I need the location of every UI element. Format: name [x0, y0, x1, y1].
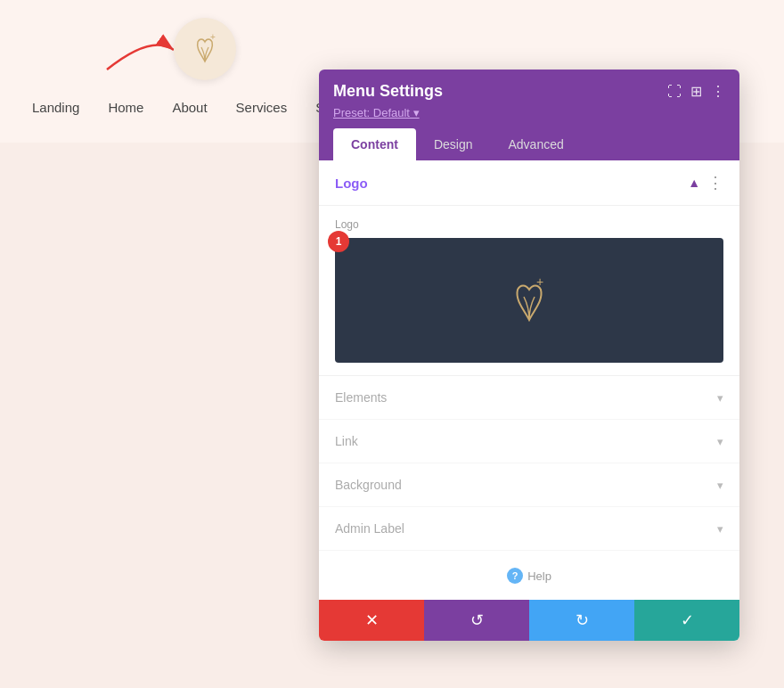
- logo-field-label: Logo: [335, 218, 723, 231]
- action-bar: ✕ ↺ ↻ ✓: [319, 600, 739, 641]
- undo-button[interactable]: ↺: [424, 600, 529, 641]
- help-text: Help: [527, 569, 551, 583]
- admin-label-row[interactable]: Admin Label ▾: [319, 507, 739, 551]
- panel-header-icons: ⛶ ⊞ ⋮: [667, 83, 725, 100]
- redo-button[interactable]: ↻: [529, 600, 634, 641]
- help-row: ? Help: [319, 551, 739, 600]
- nav-link-landing[interactable]: Landing: [27, 96, 85, 119]
- nav-link-services[interactable]: Services: [231, 96, 293, 119]
- cancel-button[interactable]: ✕: [319, 600, 424, 641]
- nav-link-home[interactable]: Home: [102, 96, 149, 119]
- nav-link-about[interactable]: About: [167, 96, 212, 119]
- logo-badge: 1: [328, 231, 349, 252]
- tab-design[interactable]: Design: [416, 128, 491, 160]
- save-button[interactable]: ✓: [634, 600, 739, 641]
- logo-collapse-icon[interactable]: ▲: [688, 176, 700, 190]
- fullscreen-icon[interactable]: ⛶: [667, 84, 682, 100]
- nav-links: Landing Home About Services Service: [27, 96, 365, 119]
- section-controls: ▲ ⋮: [688, 173, 723, 192]
- link-row[interactable]: Link ▾: [319, 420, 739, 463]
- background-label: Background: [335, 478, 402, 492]
- preset-label: Preset: Default ▾: [333, 106, 420, 119]
- logo-content-section: Logo 1 +: [319, 206, 739, 376]
- background-row[interactable]: Background ▾: [319, 463, 739, 507]
- logo-section-title: Logo: [335, 176, 368, 191]
- panel-header: Menu Settings ⛶ ⊞ ⋮ Preset: Default ▾ Co…: [319, 70, 739, 160]
- background-chevron-icon: ▾: [717, 479, 723, 492]
- panel-header-top: Menu Settings ⛶ ⊞ ⋮: [333, 82, 725, 101]
- admin-label-label: Admin Label: [335, 521, 404, 536]
- columns-icon[interactable]: ⊞: [690, 83, 702, 100]
- help-link[interactable]: ? Help: [507, 568, 551, 584]
- logo-menu-icon[interactable]: ⋮: [707, 173, 723, 192]
- tab-content[interactable]: Content: [333, 128, 416, 160]
- menu-settings-panel: Menu Settings ⛶ ⊞ ⋮ Preset: Default ▾ Co…: [319, 70, 739, 641]
- link-chevron-icon: ▾: [717, 435, 723, 448]
- panel-title: Menu Settings: [333, 82, 443, 101]
- logo-circle[interactable]: +: [174, 18, 236, 80]
- elements-label: Elements: [335, 390, 387, 405]
- elements-row[interactable]: Elements ▾: [319, 376, 739, 420]
- more-options-icon[interactable]: ⋮: [711, 83, 725, 100]
- help-icon: ?: [507, 568, 523, 584]
- panel-preset[interactable]: Preset: Default ▾: [333, 106, 725, 119]
- admin-label-chevron-icon: ▾: [717, 522, 723, 536]
- elements-chevron-icon: ▾: [717, 391, 723, 405]
- logo-preview[interactable]: +: [335, 238, 723, 363]
- panel-tabs: Content Design Advanced: [333, 128, 725, 160]
- link-label: Link: [335, 434, 358, 448]
- tab-advanced[interactable]: Advanced: [490, 128, 581, 160]
- panel-body: Logo ▲ ⋮ Logo 1 +: [319, 160, 739, 600]
- logo-preview-container: 1 +: [335, 238, 723, 363]
- logo-section-header: Logo ▲ ⋮: [319, 160, 739, 206]
